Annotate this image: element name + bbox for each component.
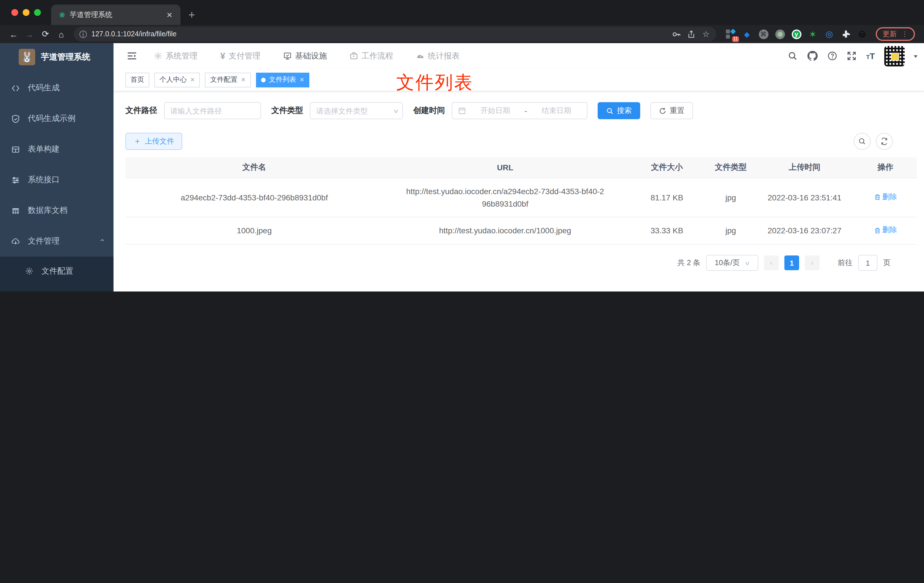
macos-traffic-lights xyxy=(0,0,51,25)
upload-file-button[interactable]: ＋ 上传文件 xyxy=(125,133,182,150)
close-window-button[interactable] xyxy=(12,9,18,16)
help-icon[interactable] xyxy=(828,51,837,61)
tag-profile[interactable]: 个人中心✕ xyxy=(154,73,200,87)
minimize-window-button[interactable] xyxy=(23,9,30,16)
search-button[interactable]: 搜索 xyxy=(598,102,640,119)
file-type-select[interactable] xyxy=(310,102,403,119)
extension-y-icon[interactable]: y xyxy=(791,29,802,39)
table-row: 1000.jpeg http://test.yudao.iocoder.cn/1… xyxy=(125,217,917,244)
zoom-window-button[interactable] xyxy=(34,9,41,16)
sidebar-item-db-doc[interactable]: 数据库文档 xyxy=(0,195,114,226)
cell-upload-time: 2022-03-16 23:51:41 xyxy=(755,178,854,217)
refresh-table-button[interactable] xyxy=(876,133,893,150)
back-button[interactable]: ← xyxy=(7,29,20,39)
tag-file-config[interactable]: 文件配置✕ xyxy=(205,73,251,87)
tag-close-icon[interactable]: ✕ xyxy=(190,77,195,83)
browser-toolbar: ← → ⟳ ⌂ i 127.0.0.1:1024/infra/file/file… xyxy=(0,25,924,43)
tag-home[interactable]: 首页 xyxy=(125,73,149,87)
nav-workflow[interactable]: 工作流程 xyxy=(350,51,393,61)
col-file-size: 文件大小 xyxy=(627,157,706,178)
table-header-row: 文件名 URL 文件大小 文件类型 上传时间 操作 xyxy=(125,157,917,178)
col-upload-time: 上传时间 xyxy=(755,157,854,178)
new-tab-button[interactable]: + xyxy=(188,8,195,21)
sidebar-logo[interactable]: 🐰 芋道管理系统 xyxy=(0,43,114,70)
extension-kite-icon[interactable]: ◆ xyxy=(742,29,752,39)
user-avatar[interactable] xyxy=(884,46,905,66)
nav-statistics[interactable]: 统计报表 xyxy=(416,51,460,61)
reload-button[interactable]: ⟳ xyxy=(39,29,52,39)
sidebar-item-form-builder[interactable]: 表单构建 xyxy=(0,134,114,165)
goto-page-input[interactable] xyxy=(858,255,878,271)
password-key-icon[interactable] xyxy=(672,30,681,38)
bookmark-star-icon[interactable]: ☆ xyxy=(702,30,710,39)
nav-payment-management[interactable]: ¥ 支付管理 xyxy=(220,51,261,61)
sidebar-toggle-button[interactable] xyxy=(120,52,144,60)
sidebar-menu: 代码生成 代码生成示例 表单构建 系统接口 数据库文档 xyxy=(0,70,114,292)
fullscreen-icon[interactable] xyxy=(847,51,856,61)
main-panel: 系统管理 ¥ 支付管理 基础设施 工作流程 xyxy=(114,43,924,292)
table-row: a294ecb2-73dd-4353-bf40-296b8931d0bf htt… xyxy=(125,178,917,217)
cell-file-size: 33.33 KB xyxy=(627,217,706,244)
page-content: 文件路径 文件类型 ∨ 创建时间 开始日期 xyxy=(114,91,924,292)
browser-menu-icon[interactable]: ⋮ xyxy=(901,33,908,35)
forward-button[interactable]: → xyxy=(23,29,36,39)
file-table: 文件名 URL 文件大小 文件类型 上传时间 操作 a294ecb2-73dd-… xyxy=(125,157,917,244)
github-icon[interactable] xyxy=(807,51,818,61)
nav-infrastructure[interactable]: 基础设施 xyxy=(283,51,327,61)
avatar-caret-icon[interactable]: ▾ xyxy=(914,53,918,59)
select-caret-icon: ∨ xyxy=(744,260,751,266)
site-info-icon[interactable]: i xyxy=(79,30,87,38)
trash-icon xyxy=(874,193,881,200)
filter-form: 文件路径 文件类型 ∨ 创建时间 开始日期 xyxy=(125,102,917,119)
header-actions: TT ▾ xyxy=(788,46,917,66)
sidebar-item-code-gen-demo[interactable]: 代码生成示例 xyxy=(0,103,114,134)
font-size-icon[interactable]: TT xyxy=(866,51,875,61)
date-separator: - xyxy=(525,106,527,115)
reset-button[interactable]: 重置 xyxy=(650,102,693,119)
plus-icon: ＋ xyxy=(134,136,141,147)
tag-close-icon[interactable]: ✕ xyxy=(241,77,246,83)
nav-system-management[interactable]: 系统管理 xyxy=(154,51,198,61)
cell-file-name: 1000.jpeg xyxy=(125,217,383,244)
file-path-input[interactable] xyxy=(164,102,261,119)
date-range-picker[interactable]: 开始日期 - 结束日期 xyxy=(452,102,587,119)
next-page-button[interactable]: › xyxy=(805,256,820,270)
screenshot-stage: ❋ 芋道管理系统 ✕ + ← → ⟳ ⌂ i 127.0.0.1:1024/in… xyxy=(0,0,924,292)
show-search-toggle-button[interactable] xyxy=(854,133,871,150)
logo-rabbit-image: 🐰 xyxy=(19,48,35,65)
address-bar[interactable]: i 127.0.0.1:1024/infra/file/file ☆ xyxy=(74,27,716,41)
extension-puzzle-icon[interactable] xyxy=(841,29,851,39)
search-icon xyxy=(606,107,614,114)
sidebar-item-system-api[interactable]: 系统接口 xyxy=(0,165,114,195)
extension-emoji-icon[interactable]: 😃 xyxy=(857,29,867,39)
refresh-icon xyxy=(880,137,888,145)
extension-target-icon[interactable]: ◎ xyxy=(824,29,834,39)
page-size-select[interactable]: 10条/页 ∨ xyxy=(706,255,758,271)
current-page[interactable]: 1 xyxy=(784,256,799,270)
prev-page-button[interactable]: ‹ xyxy=(764,256,779,270)
sidebar-item-file-config[interactable]: 文件配置 xyxy=(0,257,114,286)
extension-blocks-icon[interactable]: 11 xyxy=(725,29,736,39)
delete-button[interactable]: 删除 xyxy=(874,225,897,236)
cell-url: http://test.yudao.iocoder.cn/a294ecb2-73… xyxy=(383,178,627,217)
extension-star-icon[interactable]: ✶ xyxy=(808,29,818,39)
search-icon[interactable] xyxy=(788,51,797,61)
tag-file-list[interactable]: 文件列表✕ xyxy=(256,73,310,87)
col-file-name: 文件名 xyxy=(125,157,383,178)
home-button[interactable]: ⌂ xyxy=(54,29,68,39)
pagination: 共 2 条 10条/页 ∨ ‹ 1 › 前往 页 xyxy=(125,255,917,271)
share-icon[interactable] xyxy=(688,30,696,38)
browser-update-button[interactable]: 更新 ⋮ xyxy=(876,27,915,41)
col-actions: 操作 xyxy=(854,157,917,178)
tab-close-icon[interactable]: ✕ xyxy=(164,10,175,19)
cell-url: http://test.yudao.iocoder.cn/1000.jpeg xyxy=(383,217,627,244)
sidebar-item-file-list[interactable]: 文件列表 xyxy=(0,286,114,292)
sidebar-item-file-management[interactable]: 文件管理 ⌃ xyxy=(0,226,114,257)
browser-tab[interactable]: ❋ 芋道管理系统 ✕ xyxy=(51,5,180,25)
sidebar-item-code-gen[interactable]: 代码生成 xyxy=(0,73,114,103)
delete-button[interactable]: 删除 xyxy=(874,191,897,203)
tag-close-icon[interactable]: ✕ xyxy=(300,77,305,83)
red-annotation-text: 文件列表 xyxy=(396,70,474,95)
extension-command-icon[interactable]: ⌘ xyxy=(758,29,769,39)
extension-dot-icon[interactable] xyxy=(775,29,785,39)
